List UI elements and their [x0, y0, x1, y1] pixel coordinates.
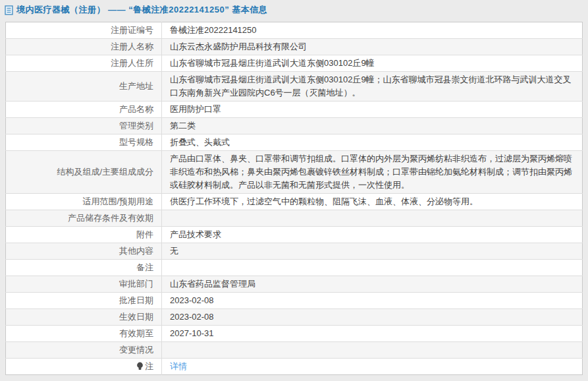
- row-value-text: 山东省聊城市冠县烟庄街道武训大道东侧030102丘9幢；山东省聊城市冠县崇文街道…: [170, 74, 572, 98]
- row-label-text: 管理类别: [119, 121, 153, 131]
- table-row: 产品名称医用防护口罩: [6, 102, 583, 118]
- row-label-text: 注册证编号: [111, 25, 153, 35]
- row-label-text: 产品名称: [119, 104, 153, 114]
- row-label-text: 适用范围/预期用途: [82, 196, 153, 206]
- row-label: 生效日期: [6, 309, 162, 326]
- row-label: 产品名称: [6, 102, 162, 118]
- table-row: 生产地址山东省聊城市冠县烟庄街道武训大道东侧030102丘9幢；山东省聊城市冠县…: [6, 72, 583, 102]
- row-label-text: 备注: [136, 262, 153, 272]
- row-value-text: 医用防护口罩: [170, 104, 221, 114]
- row-value-text: 第二类: [170, 121, 196, 131]
- row-label-text: 注: [145, 361, 153, 371]
- row-value-text: 产品由口罩体、鼻夹、口罩带和调节扣组成。口罩体的内外层为聚丙烯纺粘非织造布，过滤…: [170, 154, 572, 190]
- row-label-text: 附件: [136, 229, 153, 239]
- row-value: 2023-02-08: [162, 309, 583, 326]
- row-value-text: 山东云杰永盛防护用品科技有限公司: [170, 42, 307, 51]
- page-title-bar: 境内医疗器械（注册） —— “鲁械注准20222141250” 基本信息: [0, 0, 588, 19]
- table-row: 注详情: [6, 359, 583, 375]
- row-value: 山东云杰永盛防护用品科技有限公司: [162, 39, 583, 55]
- row-label-text: 型号规格: [119, 137, 153, 147]
- row-value: 第二类: [162, 118, 583, 134]
- row-label-text: 其他内容: [119, 246, 153, 256]
- row-label: 管理类别: [6, 118, 162, 134]
- row-label: 型号规格: [6, 134, 162, 151]
- row-value-text: 2023-02-08: [170, 295, 214, 305]
- row-label-text: 结构及组成/主要组成成分: [57, 167, 153, 177]
- row-label: 结构及组成/主要组成成分: [6, 151, 162, 194]
- row-label-text: 生效日期: [119, 312, 153, 322]
- row-value: [162, 260, 583, 276]
- page-title: 境内医疗器械（注册） —— “鲁械注准20222141250” 基本信息: [16, 4, 267, 16]
- table-row: 产品储存条件及有效期: [6, 210, 583, 227]
- row-value: [162, 210, 583, 227]
- row-label: 有效期至: [6, 326, 162, 342]
- table-row: 其他内容无: [6, 243, 583, 260]
- row-value-text: 供医疗工作环境下，过滤空气中的颗粒物、阻隔飞沫、血液、体液、分泌物等用。: [170, 196, 478, 206]
- row-value-text: 山东省聊城市冠县烟庄街道武训大道东侧030102丘9幢: [170, 58, 375, 68]
- row-value-text: 2027-10-31: [170, 328, 214, 338]
- table-row: 管理类别第二类: [6, 118, 583, 134]
- row-value: 折叠式、头戴式: [162, 134, 583, 151]
- row-value: 山东省药品监督管理局: [162, 276, 583, 293]
- registration-info-table: 注册证编号鲁械注准20222141250注册人名称山东云杰永盛防护用品科技有限公…: [5, 22, 583, 375]
- row-label: 产品储存条件及有效期: [6, 210, 162, 227]
- row-value: 2023-02-08: [162, 293, 583, 309]
- row-value: 山东省聊城市冠县烟庄街道武训大道东侧030102丘9幢: [162, 55, 583, 72]
- bulb-icon: [136, 361, 145, 371]
- row-value-text: 2023-02-08: [170, 312, 214, 322]
- row-value-text: 无: [170, 246, 178, 256]
- row-value: 供医疗工作环境下，过滤空气中的颗粒物、阻隔飞沫、血液、体液、分泌物等用。: [162, 194, 583, 210]
- table-row: 有效期至2027-10-31: [6, 326, 583, 342]
- row-label: 适用范围/预期用途: [6, 194, 162, 210]
- row-label: 审批部门: [6, 276, 162, 293]
- row-value: 鲁械注准20222141250: [162, 22, 583, 39]
- detail-link[interactable]: 详情: [170, 361, 187, 371]
- row-label: 注册人住所: [6, 55, 162, 72]
- row-label: 其他内容: [6, 243, 162, 260]
- row-label: 变更情况: [6, 342, 162, 359]
- table-row: 注册证编号鲁械注准20222141250: [6, 22, 583, 39]
- row-value-text: 产品技术要求: [170, 229, 221, 239]
- row-label-text: 生产地址: [119, 81, 153, 91]
- row-value: 无: [162, 243, 583, 260]
- table-row: 注册人名称山东云杰永盛防护用品科技有限公司: [6, 39, 583, 55]
- row-value-text: 折叠式、头戴式: [170, 137, 230, 147]
- row-label: 生产地址: [6, 72, 162, 102]
- row-label: 注: [6, 359, 162, 375]
- table-row: 备注: [6, 260, 583, 276]
- table-row: 注册人住所山东省聊城市冠县烟庄街道武训大道东侧030102丘9幢: [6, 55, 583, 72]
- table-row: 生效日期2023-02-08: [6, 309, 583, 326]
- row-value: 山东省聊城市冠县烟庄街道武训大道东侧030102丘9幢；山东省聊城市冠县崇文街道…: [162, 72, 583, 102]
- row-value-text: 鲁械注准20222141250: [170, 25, 257, 35]
- row-label-text: 批准日期: [119, 295, 153, 305]
- table-row: 变更情况: [6, 342, 583, 359]
- row-label-text: 产品储存条件及有效期: [68, 213, 153, 223]
- row-value: 2027-10-31: [162, 326, 583, 342]
- row-value: 详情: [162, 359, 583, 375]
- row-label-text: 注册人住所: [111, 58, 153, 68]
- table-row: 附件产品技术要求: [6, 227, 583, 243]
- row-value: 产品技术要求: [162, 227, 583, 243]
- row-label: 注册证编号: [6, 22, 162, 39]
- row-label: 附件: [6, 227, 162, 243]
- table-row: 适用范围/预期用途供医疗工作环境下，过滤空气中的颗粒物、阻隔飞沫、血液、体液、分…: [6, 194, 583, 210]
- row-value: 产品由口罩体、鼻夹、口罩带和调节扣组成。口罩体的内外层为聚丙烯纺粘非织造布，过滤…: [162, 151, 583, 194]
- table-row: 型号规格折叠式、头戴式: [6, 134, 583, 151]
- row-label: 备注: [6, 260, 162, 276]
- row-label-text: 注册人名称: [111, 42, 153, 51]
- document-icon: [5, 5, 13, 15]
- row-value-text: 山东省药品监督管理局: [170, 279, 255, 289]
- row-label-text: 审批部门: [119, 279, 153, 289]
- row-label-text: 变更情况: [119, 345, 153, 355]
- row-label: 批准日期: [6, 293, 162, 309]
- row-value: 医用防护口罩: [162, 102, 583, 118]
- row-label: 注册人名称: [6, 39, 162, 55]
- table-row: 结构及组成/主要组成成分产品由口罩体、鼻夹、口罩带和调节扣组成。口罩体的内外层为…: [6, 151, 583, 194]
- row-label-text: 有效期至: [119, 328, 153, 338]
- row-value: [162, 342, 583, 359]
- table-row: 批准日期2023-02-08: [6, 293, 583, 309]
- table-row: 审批部门山东省药品监督管理局: [6, 276, 583, 293]
